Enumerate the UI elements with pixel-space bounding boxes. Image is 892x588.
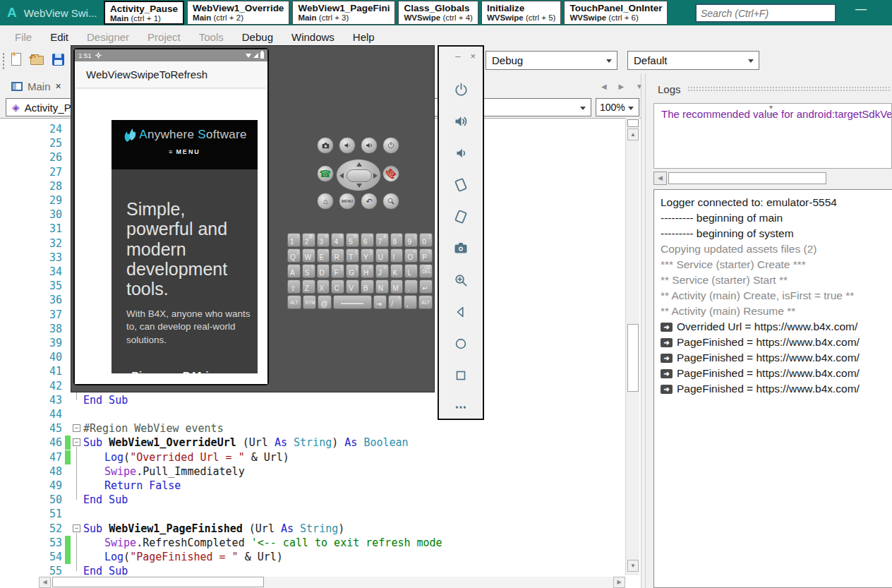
volume-down-button[interactable]	[339, 137, 356, 154]
vertical-scroll-thumb[interactable]	[627, 324, 639, 392]
panel-drag-texture[interactable]	[687, 86, 891, 92]
key-6[interactable]: 6^	[361, 233, 374, 247]
quick-tab-webview1_pagefini[interactable]: WebView1_PageFiniMain (ctrl + 3)	[292, 1, 395, 25]
power-icon[interactable]	[452, 80, 470, 99]
key-V[interactable]: V	[346, 280, 359, 294]
menu-item-project[interactable]: Project	[138, 28, 190, 47]
build-configuration-select[interactable]: Debug	[486, 51, 617, 70]
menu-item-file[interactable]: File	[6, 28, 41, 47]
key-SYM[interactable]: SYM	[303, 295, 317, 309]
warnings-scroll-track[interactable]	[668, 172, 826, 184]
open-file-icon[interactable]: ↶	[30, 52, 45, 68]
key-DEL[interactable]: DEL⌫	[419, 264, 433, 278]
key-M[interactable]: M	[390, 280, 404, 294]
scroll-up-icon[interactable]: ▲	[627, 128, 639, 140]
phone-screen[interactable]: 1:51 WebViewSwipeToRefresh	[75, 49, 267, 384]
search-box[interactable]	[695, 4, 836, 23]
close-icon[interactable]: ×	[56, 80, 61, 92]
key-D[interactable]: D	[317, 264, 330, 278]
key-I[interactable]: I	[390, 248, 404, 263]
key-1[interactable]: 1!	[287, 233, 301, 247]
key-3[interactable]: 3#	[317, 233, 330, 247]
quick-tab-class_globals[interactable]: Class_GlobalsWVSwipe (ctrl + 4)	[398, 1, 478, 25]
back-button[interactable]: ↶	[361, 193, 378, 210]
key-8[interactable]: 8*	[390, 233, 404, 247]
minimize-button[interactable]: —	[847, 3, 875, 16]
fold-collapse-icon[interactable]: −	[73, 424, 80, 432]
editor-tab-main[interactable]: Main ×	[6, 76, 67, 97]
key-Y[interactable]: Y}	[361, 248, 374, 263]
key-H[interactable]: H<	[361, 264, 374, 278]
key-J[interactable]: J>	[375, 264, 389, 278]
site-logo[interactable]: Anywhere Software	[112, 126, 258, 143]
key-Q[interactable]: Q|	[287, 248, 301, 263]
key-ALT[interactable]: ALT	[287, 295, 301, 309]
editor-split-handle[interactable]	[627, 119, 639, 127]
fold-collapse-icon[interactable]: −	[73, 524, 80, 532]
home-button[interactable]: ⌂	[317, 193, 334, 210]
key-P[interactable]: P=	[419, 248, 433, 263]
rotate-right-icon[interactable]	[452, 208, 470, 226]
run-profile-select[interactable]: Default	[627, 51, 759, 70]
dpad-down-icon[interactable]	[356, 184, 362, 188]
key-O[interactable]: O+	[404, 248, 418, 263]
key-space[interactable]	[333, 295, 372, 309]
new-file-icon[interactable]: ✶	[8, 52, 24, 68]
key-Z[interactable]: Z	[302, 280, 315, 294]
key-@[interactable]: @	[318, 295, 332, 309]
quick-tab-activity_pause[interactable]: Activity_PauseMain (ctrl + 1)	[104, 1, 184, 25]
menu-item-designer[interactable]: Designer	[78, 28, 138, 47]
menu-item-help[interactable]: Help	[344, 28, 384, 47]
zoom-in-icon[interactable]	[452, 271, 470, 289]
call-button[interactable]: ☎	[317, 165, 334, 182]
key-F[interactable]: F[	[331, 264, 344, 278]
site-menu-button[interactable]: ≡MENU	[112, 148, 258, 155]
key-ALT[interactable]: ALT	[418, 295, 433, 309]
scroll-down-icon[interactable]: ▼	[627, 560, 639, 572]
editor-vertical-scrollbar[interactable]: ▲ ▼	[625, 118, 639, 575]
key-9[interactable]: 9(	[404, 233, 418, 247]
key-2[interactable]: 2@	[302, 233, 315, 247]
scroll-right-icon[interactable]: ▶	[613, 577, 625, 588]
log-list[interactable]: Logger connected to: emulator-5554------…	[653, 189, 892, 588]
volume-down-icon[interactable]	[452, 144, 470, 162]
search-button[interactable]	[382, 193, 399, 210]
key-L[interactable]: L:	[404, 264, 418, 278]
key-4[interactable]: 4$	[331, 233, 344, 247]
key-G[interactable]: G]	[346, 264, 359, 278]
key-X[interactable]: X	[317, 280, 330, 294]
menu-item-debug[interactable]: Debug	[233, 28, 282, 47]
panel-splitter[interactable]	[641, 73, 651, 588]
logs-panel-header[interactable]: Logs	[658, 82, 891, 96]
search-input[interactable]	[697, 8, 833, 19]
toolbar-grip[interactable]	[2, 52, 5, 69]
camera-button[interactable]	[317, 137, 334, 154]
webview-content[interactable]: Anywhere Software ≡MENU Simple, powerful…	[75, 88, 267, 384]
key-N[interactable]: N	[375, 280, 389, 294]
menu-item-edit[interactable]: Edit	[41, 28, 78, 47]
key-0[interactable]: 0)	[419, 233, 433, 247]
screenshot-icon[interactable]	[452, 239, 470, 258]
horizontal-scroll-thumb[interactable]	[52, 577, 264, 587]
quick-tab-webview1_override[interactable]: WebView1_OverrideMain (ctrl + 2)	[187, 1, 289, 25]
scroll-left-icon[interactable]: ◀	[39, 577, 51, 588]
key-7[interactable]: 7&	[375, 233, 389, 247]
home-icon[interactable]	[452, 335, 470, 353]
key-5[interactable]: 5%	[346, 233, 359, 247]
key-E[interactable]: E"	[317, 248, 330, 263]
editor-zoom-select[interactable]: 100%	[596, 98, 639, 116]
key-K[interactable]: K;	[390, 264, 404, 278]
dpad-left-icon[interactable]	[339, 173, 344, 179]
key-B[interactable]: B	[361, 280, 374, 294]
key-↵[interactable]: ↵	[419, 280, 433, 294]
editor-horizontal-scrollbar[interactable]: ◀ ▶	[39, 577, 625, 588]
overview-icon[interactable]	[452, 366, 470, 385]
scroll-left-icon[interactable]: ◀	[653, 172, 667, 185]
key-⇥[interactable]: ⇥	[373, 295, 387, 309]
volume-up-button[interactable]	[361, 137, 378, 154]
key-C[interactable]: C	[331, 280, 344, 294]
warnings-box[interactable]: The recommended value for android:target…	[653, 103, 892, 169]
key-/[interactable]: /?	[388, 295, 402, 309]
key-⇧[interactable]: ⇧	[287, 280, 301, 294]
quick-tab-initialize[interactable]: InitializeWVSwipe (ctrl + 5)	[481, 1, 561, 25]
